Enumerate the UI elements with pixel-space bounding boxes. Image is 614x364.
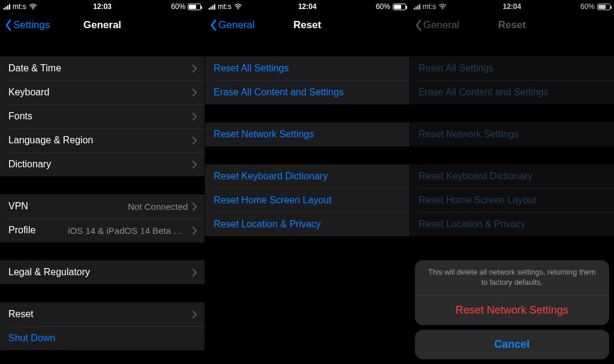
- cell-reset-keyboard-dict[interactable]: Reset Keyboard Dictionary: [205, 164, 409, 188]
- screen-reset: mt:s 12:04 60% General Reset Reset All S…: [204, 0, 409, 364]
- nav-bar: General Reset: [205, 12, 409, 38]
- cell-label: Fonts: [8, 111, 32, 122]
- cell-label: Reset All Settings: [213, 63, 288, 74]
- cell-language-region[interactable]: Language & Region: [0, 128, 204, 152]
- action-reset-network[interactable]: Reset Network Settings: [415, 296, 609, 325]
- cell-label: Reset Network Settings: [213, 129, 314, 140]
- cell-label: Profile: [8, 225, 35, 236]
- battery-icon: [188, 4, 201, 10]
- cell-reset[interactable]: Reset: [0, 302, 204, 326]
- cell-reset-home-layout[interactable]: Reset Home Screen Layout: [205, 188, 409, 212]
- cell-legal[interactable]: Legal & Regulatory: [0, 260, 204, 284]
- battery-icon: [393, 4, 406, 10]
- chevron-right-icon: [192, 137, 197, 145]
- chevron-right-icon: [192, 89, 197, 97]
- cell-label: Date & Time: [8, 63, 61, 74]
- svg-point-0: [32, 8, 34, 10]
- cell-value: Not Connected: [128, 201, 188, 212]
- cell-reset-location-privacy[interactable]: Reset Location & Privacy: [205, 212, 409, 236]
- cell-dictionary[interactable]: Dictionary: [0, 152, 204, 176]
- chevron-right-icon: [192, 203, 197, 210]
- cell-label: Reset: [8, 309, 34, 320]
- cell-fonts[interactable]: Fonts: [0, 104, 204, 128]
- cell-label: Shut Down: [8, 333, 55, 344]
- back-button[interactable]: Settings: [5, 19, 50, 31]
- cell-label: Keyboard: [8, 87, 50, 98]
- action-cancel[interactable]: Cancel: [415, 330, 609, 359]
- action-sheet: This will delete all network settings, r…: [415, 260, 609, 359]
- action-sheet-message: This will delete all network settings, r…: [415, 260, 609, 295]
- battery-pct: 60%: [376, 2, 390, 11]
- cell-label: Legal & Regulatory: [8, 267, 90, 278]
- cell-label: Language & Region: [8, 135, 93, 146]
- back-label: General: [218, 19, 254, 31]
- back-label: Settings: [13, 19, 50, 31]
- cell-date-time[interactable]: Date & Time: [0, 56, 204, 80]
- screen-reset-confirm: mt:s 12:04 60% General Reset Reset All S…: [410, 0, 614, 364]
- wifi-icon: [234, 4, 242, 10]
- status-bar: mt:s 12:03 60%: [0, 0, 204, 12]
- battery-pct: 60%: [171, 2, 185, 11]
- cell-label: Reset Keyboard Dictionary: [213, 171, 327, 182]
- status-bar: mt:s 12:04 60%: [205, 0, 409, 12]
- chevron-right-icon: [192, 113, 197, 121]
- chevron-left-icon: [5, 19, 12, 31]
- nav-bar: Settings General: [0, 12, 204, 38]
- svg-point-1: [237, 8, 239, 10]
- cell-label: Reset Location & Privacy: [213, 219, 321, 230]
- cell-erase-all-content[interactable]: Erase All Content and Settings: [205, 80, 409, 104]
- chevron-left-icon: [210, 19, 217, 31]
- cell-label: Dictionary: [8, 159, 51, 170]
- cell-label: Erase All Content and Settings: [213, 87, 344, 98]
- wifi-icon: [29, 4, 37, 10]
- carrier-label: mt:s: [13, 2, 26, 11]
- cell-shutdown[interactable]: Shut Down: [0, 326, 204, 350]
- signal-bars-icon: [209, 4, 215, 10]
- chevron-right-icon: [192, 161, 197, 169]
- cell-reset-all-settings[interactable]: Reset All Settings: [205, 56, 409, 80]
- cell-profile[interactable]: Profile iOS 14 & iPadOS 14 Beta Softwar.…: [0, 218, 204, 242]
- chevron-right-icon: [192, 311, 197, 318]
- signal-bars-icon: [4, 4, 10, 10]
- cell-vpn[interactable]: VPN Not Connected: [0, 194, 204, 218]
- cell-label: VPN: [8, 201, 28, 212]
- cell-keyboard[interactable]: Keyboard: [0, 80, 204, 104]
- chevron-right-icon: [192, 269, 197, 276]
- cell-label: Reset Home Screen Layout: [213, 195, 332, 206]
- screen-general: mt:s 12:03 60% Settings General Date & T…: [0, 0, 204, 364]
- back-button[interactable]: General: [210, 19, 254, 31]
- cell-reset-network[interactable]: Reset Network Settings: [205, 122, 409, 146]
- chevron-right-icon: [192, 227, 197, 234]
- chevron-right-icon: [192, 65, 197, 73]
- cell-value: iOS 14 & iPadOS 14 Beta Softwar...: [68, 225, 188, 236]
- carrier-label: mt:s: [218, 2, 231, 11]
